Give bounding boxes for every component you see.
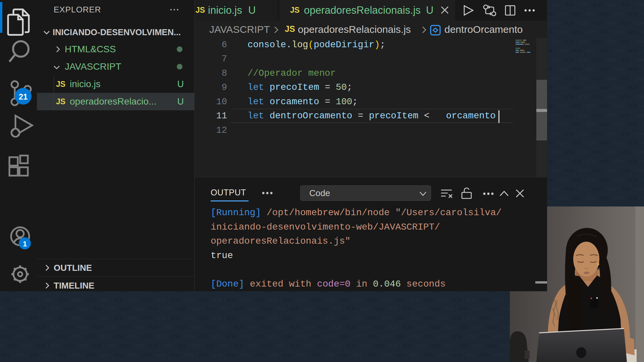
svg-text:1: 1 xyxy=(23,240,27,248)
svg-text:21: 21 xyxy=(19,92,28,101)
